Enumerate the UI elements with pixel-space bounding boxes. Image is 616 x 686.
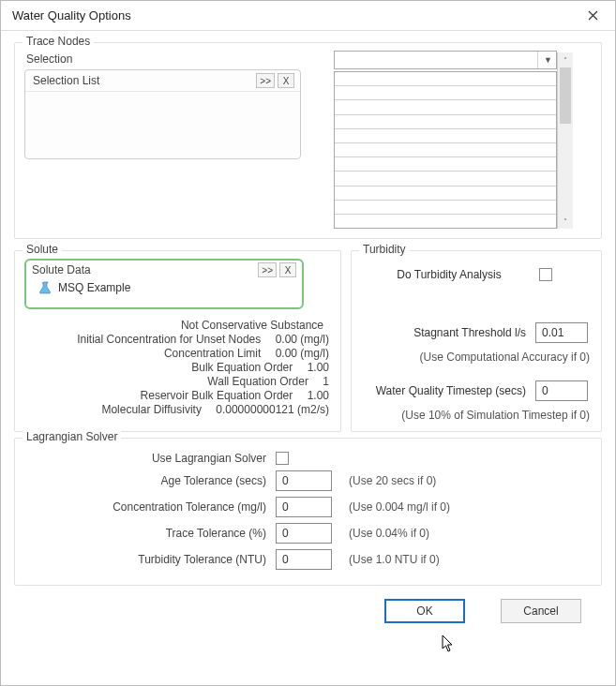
scroll-thumb[interactable]: [560, 67, 571, 124]
selection-list-label: Selection List: [33, 74, 99, 87]
table-row[interactable]: [335, 186, 556, 201]
scroll-up-button[interactable]: ˄: [558, 52, 573, 67]
timestep-input[interactable]: [535, 380, 588, 401]
stagnant-input[interactable]: [535, 322, 588, 343]
scroll-down-button[interactable]: ˅: [558, 214, 573, 229]
age-tol-hint: (Use 20 secs if 0): [349, 474, 436, 487]
solute-data-label: Solute Data: [32, 263, 91, 276]
selection-list-item[interactable]: [31, 96, 294, 111]
table-row[interactable]: [335, 143, 556, 157]
prop-res-bulk-v: 1.00: [308, 389, 329, 402]
window-title: Water Quality Options: [12, 8, 131, 22]
stagnant-label: Stagnant Threshold l/s: [413, 326, 526, 339]
do-turbidity-label: Do Turbidity Analysis: [397, 268, 501, 281]
prop-bulk-order-k: Bulk Equation Order: [191, 361, 293, 374]
turb-tol-label: Turbidity Tolerance (NTU): [24, 553, 276, 566]
conc-tol-input[interactable]: [276, 497, 332, 517]
close-button[interactable]: [579, 6, 606, 26]
table-row[interactable]: [335, 115, 556, 129]
trace-nodes-legend: Trace Nodes: [23, 35, 94, 48]
close-icon: [588, 10, 598, 21]
selection-label: Selection: [26, 52, 324, 66]
prop-mol-diff-k: Molecular Diffusivity: [101, 403, 201, 416]
prop-mol-diff-v: 0.00000000121 (m2/s): [216, 403, 329, 416]
do-turbidity-checkbox[interactable]: [539, 268, 552, 281]
solute-group: Solute Solute Data >> X MSQ Example: [14, 250, 341, 432]
lagrangian-group: Lagrangian Solver Use Lagrangian Solver …: [14, 438, 602, 586]
table-row[interactable]: [335, 72, 556, 86]
use-lagrangian-label: Use Lagrangian Solver: [24, 452, 276, 465]
selection-list[interactable]: Selection List >> X: [24, 69, 301, 159]
selection-clear-button[interactable]: X: [278, 73, 294, 88]
solute-item[interactable]: MSQ Example: [58, 281, 130, 294]
use-lagrangian-checkbox[interactable]: [276, 452, 289, 465]
prop-conc-limit-v: 0.00 (mg/l): [276, 347, 329, 360]
table-row[interactable]: [335, 86, 556, 100]
table-row[interactable]: [335, 201, 556, 215]
table-row[interactable]: [335, 215, 556, 228]
solute-clear-button[interactable]: X: [279, 262, 296, 277]
table-row[interactable]: [335, 129, 556, 143]
trace-tol-input[interactable]: [276, 523, 332, 544]
lagrangian-legend: Lagrangian Solver: [23, 430, 121, 443]
stagnant-hint: (Use Computational Accuracy if 0): [361, 350, 592, 364]
prop-init-conc-k: Initial Concentration for Unset Nodes: [77, 333, 261, 346]
prop-res-bulk-k: Reservoir Bulk Equation Order: [141, 389, 293, 402]
turbidity-group: Turbidity Do Turbidity Analysis Stagnant…: [351, 250, 602, 432]
turb-tol-input[interactable]: [276, 549, 332, 570]
selection-item-icon: [33, 97, 44, 109]
conc-tol-label: Concentration Tolerance (mg/l): [24, 500, 276, 514]
trace-grid-scrollbar[interactable]: ˄ ˅: [557, 52, 573, 229]
table-row[interactable]: [335, 172, 556, 186]
ok-button[interactable]: OK: [384, 599, 465, 623]
selection-expand-button[interactable]: >>: [256, 73, 275, 88]
table-row[interactable]: [335, 157, 556, 172]
prop-conc-limit-k: Concentration Limit: [164, 347, 261, 360]
prop-conservative: Not Conservative Substance: [181, 319, 323, 332]
solute-data-box[interactable]: Solute Data >> X MSQ Example: [24, 259, 304, 309]
turbidity-legend: Turbidity: [359, 243, 410, 256]
table-row[interactable]: [335, 100, 556, 114]
cursor-icon: [442, 634, 455, 653]
age-tol-input[interactable]: [276, 470, 332, 491]
chevron-down-icon: ▼: [537, 52, 552, 68]
trace-combo[interactable]: ▼: [334, 51, 557, 69]
turb-tol-hint: (Use 1.0 NTU if 0): [349, 553, 440, 566]
timestep-label: Water Quality Timestep (secs): [376, 384, 526, 397]
conc-tol-hint: (Use 0.004 mg/l if 0): [349, 500, 450, 514]
timestep-hint: (Use 10% of Simulation Timestep if 0): [361, 409, 592, 422]
prop-wall-order-k: Wall Equation Order: [207, 375, 308, 388]
trace-nodes-group: Trace Nodes Selection Selection List >> …: [14, 42, 602, 239]
trace-tol-label: Trace Tolerance (%): [24, 527, 276, 540]
prop-bulk-order-v: 1.00: [308, 361, 329, 374]
solute-expand-button[interactable]: >>: [258, 262, 277, 277]
solute-legend: Solute: [23, 243, 62, 256]
prop-init-conc-v: 0.00 (mg/l): [276, 333, 329, 346]
prop-wall-order-v: 1: [323, 375, 329, 388]
trace-grid[interactable]: [334, 71, 557, 229]
age-tol-label: Age Tolerance (secs): [24, 474, 276, 487]
flask-icon: [39, 281, 53, 294]
cancel-button[interactable]: Cancel: [501, 599, 581, 623]
trace-tol-hint: (Use 0.04% if 0): [349, 527, 429, 540]
